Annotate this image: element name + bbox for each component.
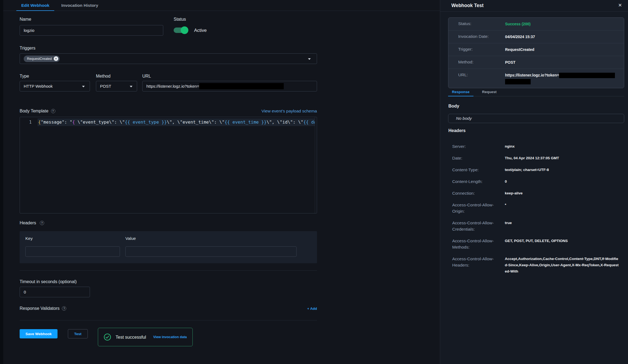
info-row-url: URL: https://listener.logz.io?token= [448,69,624,88]
info-label: Status: [458,21,505,26]
help-icon[interactable] [40,221,44,225]
webhook-test-panel: Webhook Test ✕ Status: Success (200) Inv… [440,0,628,364]
editor-scrollbar[interactable] [315,117,315,213]
code-token: {{ event_type }} [125,120,167,125]
triggers-select[interactable]: RequestCreated [20,53,317,64]
info-row-method: Method: POST [448,56,624,69]
code-line: {"message": "{ \"event_type\": \"{{ even… [38,118,315,126]
header-row: Access-Control-Allow-Headers: Accept,Aut… [452,256,627,274]
redacted-token [199,83,284,89]
header-value: nginx [505,143,620,149]
header-key: Access-Control-Allow-Origin: [452,202,500,214]
trigger-chip-label: RequestCreated [27,57,52,61]
header-row: Date: Thu, 04 Apr 2024 12:37:05 GMT [452,155,627,161]
type-select[interactable]: HTTP Webhook [20,81,90,91]
body-template-label: Body Template [20,109,49,114]
trigger-value: RequestCreated [505,47,534,52]
info-label: URL: [458,72,505,77]
code-token: "message": " [41,120,73,125]
chevron-down-icon [130,86,132,87]
value-label: Value [125,236,136,241]
timeout-input[interactable] [20,287,90,297]
info-row-trigger: Trigger: RequestCreated [448,43,624,56]
url-label: URL [142,74,151,79]
code-token: \", \"id\": \" [267,120,303,125]
header-row: Content-Type: text/plain; charset=UTF-8 [452,167,627,173]
info-label: Invocation Date: [458,34,505,39]
status-label: Status [174,17,186,22]
header-value: Accept,Authorization,Cache-Control,Conte… [505,256,620,274]
header-row: Access-Control-Allow-Methods: GET, POST,… [452,238,627,250]
tab-request[interactable]: Request [482,90,497,96]
test-successful-text: Test successful [116,335,146,340]
name-input[interactable] [20,25,163,36]
name-label: Name [20,17,31,22]
header-key: Content-Type: [452,167,500,173]
close-icon[interactable]: ✕ [618,2,622,8]
code-token: \", \"event_time\": \" [167,120,225,125]
test-button[interactable]: Test [68,329,88,338]
header-key: Content-Length: [452,178,500,185]
add-validator-link[interactable]: + Add [307,307,317,311]
info-row-invocation-date: Invocation Date: 04/04/2024 15:37 [448,30,624,43]
method-label: Method [96,74,110,79]
header-key: Access-Control-Allow-Methods: [452,238,500,250]
panel-tabs: Response Request [448,90,624,96]
status-toggle[interactable] [174,26,191,34]
header-key: Connection: [452,190,500,196]
divider [440,11,628,12]
header-value-input[interactable] [125,246,297,257]
tab-edit-webhook[interactable]: Edit Webhook [16,0,54,11]
redacted-token [559,73,615,78]
tab-response[interactable]: Response [448,90,473,96]
headers-label: Headers [20,221,36,225]
header-key-input[interactable] [25,246,120,257]
header-key: Server: [452,143,500,149]
status-value: Success (200) [505,21,530,27]
headers-panel: Key Value [20,231,317,263]
type-label: Type [20,74,29,79]
payload-schema-link[interactable]: View event’s payload schema [261,109,317,114]
remove-trigger-icon[interactable] [54,56,58,61]
header-value: text/plain; charset=UTF-8 [505,167,620,173]
info-row-status: Status: Success (200) [448,18,624,30]
save-webhook-button[interactable]: Save Webhook [20,329,58,338]
header-row: Connection: keep-alive [452,190,627,196]
trigger-chip: RequestCreated [24,56,60,62]
divider [20,270,317,271]
toggle-knob-icon [181,26,188,34]
body-template-editor[interactable]: 1 {"message": "{ \"event_type\": \"{{ ev… [20,117,317,213]
help-icon[interactable] [62,306,66,311]
help-icon[interactable] [51,109,55,113]
view-invocation-data-link[interactable]: View invocation data [153,335,187,339]
headers-heading: Headers [448,128,466,133]
status-value: Active [194,28,207,33]
line-number: 1 [20,118,38,126]
response-body-box: No body [448,114,624,123]
info-label: Method: [458,60,505,65]
header-value: * [505,202,620,208]
header-row: Content-Length: 0 [452,178,627,185]
header-row: Access-Control-Allow-Origin: * [452,202,627,214]
no-body-text: No body [456,116,472,121]
code-token: { [38,120,41,125]
edit-webhook-section: Edit Webhook Invocation History Name Sta… [3,0,440,364]
header-key: Access-Control-Allow-Headers: [452,256,500,268]
header-key: Access-Control-Allow-Credentials: [452,220,500,232]
code-token: { [72,120,75,125]
code-token: {{ data.id }} [303,120,315,125]
triggers-label: Triggers [20,46,35,51]
header-value: keep-alive [505,190,620,196]
response-headers-list: Server: nginx Date: Thu, 04 Apr 2024 12:… [452,143,627,280]
chevron-down-icon [82,86,85,87]
body-heading: Body [448,104,459,109]
header-value: true [505,220,620,226]
url-input[interactable]: https://listener.logz.io?token= [142,81,317,91]
method-value: POST [505,60,515,65]
left-edge-strip [0,0,3,364]
method-select[interactable]: POST [96,81,137,91]
webhook-edit-page: Edit Webhook Invocation History Name Sta… [0,0,628,364]
tab-invocation-history[interactable]: Invocation History [61,0,98,11]
code-token: \"event_type\": \" [75,120,125,125]
url-value: https://listener.logz.io?token= [146,84,199,88]
